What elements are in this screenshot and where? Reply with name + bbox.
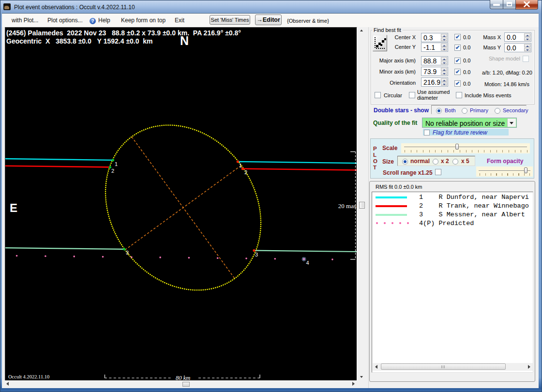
svg-text:Geocentric X 3853.8 ±0.0: Geocentric X 3853.8 ±0.0 Y 1592.4 ±0.0 k…: [6, 37, 153, 45]
svg-text:E: E: [10, 201, 17, 214]
svg-text:80 km: 80 km: [176, 375, 190, 380]
svg-text:2: 2: [244, 169, 247, 175]
svg-text:1: 1: [115, 161, 118, 167]
svg-text:Occult 4.2022.11.10: Occult 4.2022.11.10: [8, 374, 49, 379]
svg-text:20 mas: 20 mas: [338, 202, 356, 210]
svg-text:2: 2: [111, 168, 114, 174]
svg-text:3: 3: [255, 252, 258, 257]
svg-text:N: N: [180, 34, 189, 47]
svg-text:3: 3: [126, 250, 129, 256]
svg-text:4: 4: [306, 260, 309, 266]
svg-text:1: 1: [239, 163, 242, 168]
svg-text:(2456) Palamedes 2022 Nov 23: (2456) Palamedes 2022 Nov 23 88.8 ±0.2 x…: [6, 29, 241, 37]
